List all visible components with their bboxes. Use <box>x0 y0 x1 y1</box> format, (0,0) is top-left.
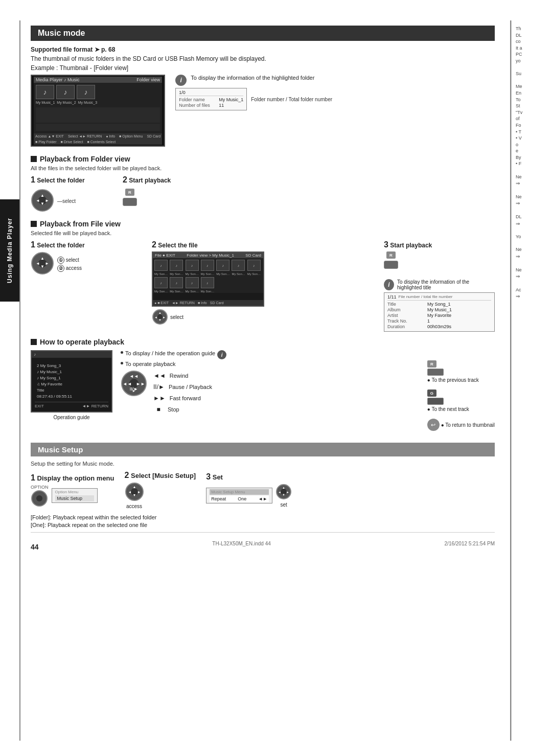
set-btn-container: ▲ ▼ ◄ ► set <box>275 484 292 508</box>
r-badge-container-2: R <box>384 251 398 269</box>
music-setup-option: Music Setup <box>55 495 94 501</box>
setup-step3-title: Set <box>213 473 223 481</box>
operation-list: ◄◄ II/► ► ◄◄ ►► ◄◄ Rewind <box>121 370 419 415</box>
file-label-4: My Song_4 <box>201 272 215 276</box>
folder-step1-title: Select the folder <box>37 177 84 184</box>
folder-number-row: 1/0 Folder name My Music_1 Number of fil… <box>175 88 332 110</box>
file-header-left: File ● EXIT <box>155 253 175 258</box>
svg-text:◄: ◄ <box>154 316 157 319</box>
stop-label: Stop <box>168 406 179 413</box>
setup-step2: 2 Select [Music Setup] ▲ ▼ ◄ ► access <box>125 471 196 509</box>
file-thumb-5: ♪ <box>216 260 229 271</box>
track-row-5: Title <box>37 387 106 394</box>
footer-item-8: ■ Contents Select <box>87 140 116 144</box>
setup-step1-sub: option menu <box>75 474 114 482</box>
svg-text:▲: ▲ <box>282 486 285 489</box>
note-one-text: [One]: Playback repeat on the selected o… <box>31 522 147 528</box>
playback-footer: EXIT ◄► RETURN <box>35 402 108 408</box>
supported-label: Supported file format <box>31 46 93 53</box>
file-label-2: My Song_2 <box>170 272 184 276</box>
track-label: Track No. <box>387 318 423 324</box>
file-num-label: File number / total file number <box>399 294 453 300</box>
file-step1-title: Select the folder <box>37 242 84 249</box>
circle-1: ① <box>57 257 64 264</box>
next-track-btn <box>427 398 444 405</box>
file-screen-container: File ● EXIT Folder view > My Music_1 SD … <box>152 251 374 325</box>
folder-info-panel: i To display the information of the high… <box>175 75 332 112</box>
file-label-8: My Song_8 <box>154 290 169 293</box>
info-box-folder: 1/0 Folder name My Music_1 Number of fil… <box>175 88 247 110</box>
file-label-10: My Song_10 <box>186 290 200 293</box>
album-label: Album <box>387 307 423 312</box>
artist-label: Artist <box>387 313 423 318</box>
file-num-value: 1/11 <box>387 294 397 300</box>
g-badge-next: G <box>427 390 436 397</box>
media-player-screen: Media Player ♪ Music Folder view ♪ ♪ ♪ M… <box>31 75 165 147</box>
folder-num-line: Folder number / Total folder number <box>251 97 332 102</box>
file-grid-2: ♪ ♪ ♪ ♪ <box>153 276 263 290</box>
setup-repeat-row: Repeat One ◄► <box>210 496 269 502</box>
set-dpad: ▲ ▼ ◄ ► <box>275 484 292 500</box>
music-setup-title: Music Setup <box>38 445 83 454</box>
folder-icon-3: ♪ <box>77 85 95 99</box>
file-info-panel: i To display the information of the high… <box>384 279 495 332</box>
bullet-2 <box>121 362 123 364</box>
setup-step1-content: OPTION Option Menu Music Setup <box>31 485 98 507</box>
artist-value: My Favorite <box>427 313 451 318</box>
empty-rows-1 <box>36 107 160 123</box>
rewind-icon: ◄◄ <box>153 372 166 379</box>
folder-name-field: Folder name My Music_1 Number of files 1… <box>179 97 243 108</box>
file-step1-number: 1 Select the folder <box>31 240 142 249</box>
file-step1: 1 Select the folder ▲ ▼ ◄ ► <box>31 240 142 277</box>
bottom-filename: TH-L32X50M_EN.indd 44 <box>212 541 271 546</box>
rewind-label: Rewind <box>170 373 189 379</box>
folder-icons-row: ♪ ♪ ♪ <box>36 85 160 99</box>
svg-text:►: ► <box>137 490 141 494</box>
svg-text:▼: ▼ <box>40 264 44 269</box>
folder-steps-row: 1 Select the folder ▲ ▼ ◄ ► <box>31 175 495 214</box>
info-icon-folder: i <box>175 75 187 86</box>
screen-header-left: Media Player ♪ Music <box>36 77 80 82</box>
album-row: Album My Music_1 <box>387 307 491 312</box>
set-label: set <box>281 502 287 508</box>
music-mode-title: Music mode <box>38 29 85 37</box>
setup-step1-header: 1 Display the option menu <box>31 473 114 483</box>
footer-item-2: Select ◄► RETURN <box>68 134 102 138</box>
file-header-right: SD Card <box>245 253 261 258</box>
file-step2-number: 2 Select the file <box>152 240 374 249</box>
main-content: Music mode Supported file format ➤ p. 68… <box>19 20 511 741</box>
option-btn-container: OPTION <box>31 485 49 507</box>
playback-screen-area: ♪ 2 My Song_3 ♪ My Music_1 ♪ My Song_1 ♫… <box>31 350 112 420</box>
file-step1-labels: ① select ② access <box>57 257 82 272</box>
duration-label: Duration <box>387 324 423 329</box>
file-thumb-10: ♪ <box>186 277 199 288</box>
file-thumb-7: ♪ <box>247 260 261 271</box>
file-thumb-1: ♪ <box>154 260 168 271</box>
file-steps-row: 1 Select the folder ▲ ▼ ◄ ► <box>31 240 495 332</box>
footer-item-7: ■ Drive Select <box>61 140 83 144</box>
setup-steps-row: 1 Display the option menu OPTION Option … <box>31 471 495 509</box>
file-label-6: My Song_6 <box>232 272 246 276</box>
file-footer-2: ◄► RETURN <box>172 301 195 305</box>
file-thumb-8: ♪ <box>154 277 168 288</box>
prev-track-label: ● To the previous track <box>427 377 479 383</box>
arrow-icon: ➤ <box>95 46 101 53</box>
info-panel-title: To display the information of the highli… <box>191 75 314 81</box>
file-step3: 3 Start playback R i To display the info… <box>384 240 495 332</box>
file-label-1: My Song_1 <box>154 272 169 276</box>
file-select-row: ▲ ▼ ◄ ► select <box>152 309 374 325</box>
playback-folder-title: Playback from Folder view <box>31 155 495 163</box>
stop-icon: ■ <box>153 406 164 413</box>
svg-text:▲: ▲ <box>132 485 136 489</box>
return-thumb-label: ● To return to thumbnail <box>441 422 495 428</box>
option-btn-svg <box>31 490 48 507</box>
file-footer-1: ● ■ EXIT <box>154 301 169 305</box>
op-labels: ◄◄ Rewind II/► Pause / Playback ►► Fast … <box>153 372 212 415</box>
pause-icon: II/► <box>153 383 165 391</box>
setup-step3-content: Music Setup Menu Repeat One ◄► ▲ ▼ <box>206 484 292 508</box>
file-footer-3: ■ Info <box>198 301 207 305</box>
setup-step1-num: 1 <box>31 473 35 482</box>
folder-name-value: My Music_1 <box>219 97 243 102</box>
note-folder-text: [Folder]: Playback repeat within the sel… <box>31 514 156 520</box>
footer-item-4: ■ Option Menu <box>119 134 143 138</box>
